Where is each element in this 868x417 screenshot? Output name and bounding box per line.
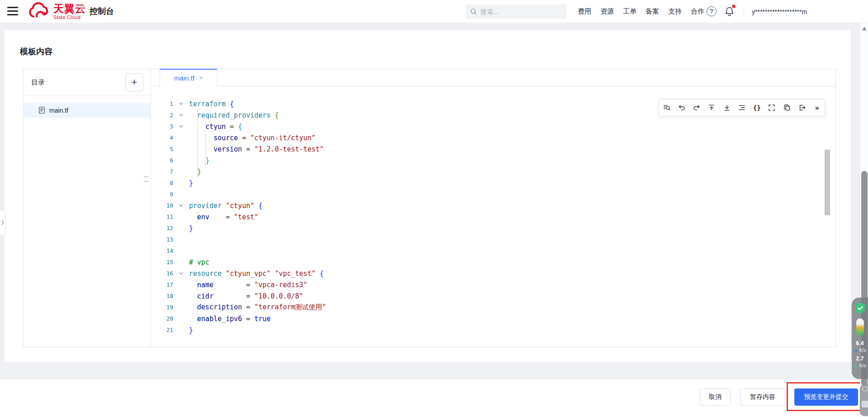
more-icon[interactable]: »: [810, 99, 825, 116]
scroll-to-top-icon[interactable]: [704, 99, 719, 116]
help-icon[interactable]: ?: [707, 6, 717, 16]
brand-logo[interactable]: 天翼云 State Cloud: [26, 2, 86, 20]
notification-badge: [732, 5, 736, 8]
code-line[interactable]: 8}: [151, 177, 835, 189]
code-line[interactable]: 5 version = "1.2.0-test-test": [151, 143, 835, 155]
menu-item-filing[interactable]: 备案: [646, 7, 659, 16]
scrollbar-up-arrow-icon[interactable]: [862, 27, 867, 30]
editor-scrollbar-thumb[interactable]: [825, 150, 830, 215]
scroll-to-bottom-icon[interactable]: [719, 99, 734, 116]
code-line[interactable]: 21}: [151, 324, 835, 336]
code-text: ctyun = {: [189, 123, 242, 131]
menu-item-tickets[interactable]: 工单: [623, 7, 637, 16]
brand-subtitle: State Cloud: [53, 14, 86, 20]
line-number: 2: [151, 112, 173, 118]
username[interactable]: y*******************m: [752, 0, 807, 23]
line-number: 13: [151, 236, 173, 243]
cancel-button[interactable]: 取消: [700, 389, 731, 406]
page-title: 模板内容: [20, 46, 52, 57]
action-footer: 取消 暂存内容 预览变更并提交: [0, 379, 868, 417]
bell-icon: [724, 10, 735, 18]
add-file-button[interactable]: +: [125, 73, 143, 91]
editor-tab-maintf[interactable]: main.tf ×: [160, 69, 217, 86]
code-line[interactable]: 19 description = "terraform测试使用": [151, 302, 835, 313]
hamburger-menu-icon[interactable]: [7, 7, 18, 16]
braces-icon[interactable]: {}: [750, 99, 764, 116]
global-search[interactable]: [466, 5, 566, 19]
code-line[interactable]: 4 source = "ctyun-it/ctyun": [151, 132, 835, 143]
line-number: 6: [151, 157, 173, 164]
fold-chevron-icon[interactable]: [173, 203, 189, 208]
line-number: 21: [151, 327, 173, 333]
code-text: source = "ctyun-it/ctyun": [189, 134, 316, 142]
code-line[interactable]: 16resource "ctyun_vpc" "vpc_test" {: [151, 268, 835, 279]
line-number: 20: [151, 315, 173, 322]
code-line[interactable]: 11 env = "test": [151, 211, 835, 223]
code-text: resource "ctyun_vpc" "vpc_test" {: [189, 270, 324, 278]
menu-item-billing[interactable]: 费用: [578, 7, 591, 16]
code-line[interactable]: 12}: [151, 223, 835, 234]
brand-name: 天翼云: [53, 3, 86, 14]
search-input[interactable]: [481, 8, 557, 15]
menu-item-cooperation[interactable]: 合作: [691, 7, 704, 16]
code-text: name = "vpca-redis3": [189, 281, 307, 289]
file-name: main.tf: [49, 107, 68, 114]
line-number: 12: [151, 225, 173, 232]
top-menu: 费用 资源 工单 备案 支持 合作: [578, 0, 704, 23]
find-in-code-icon[interactable]: [659, 99, 674, 116]
code-text: }: [189, 224, 193, 232]
code-line[interactable]: 7 }: [151, 166, 835, 177]
fold-chevron-icon[interactable]: [173, 271, 189, 276]
corner-utility-widget[interactable]: [860, 384, 868, 416]
divider: [82, 6, 82, 18]
open-external-icon[interactable]: [794, 99, 809, 116]
divider: [744, 6, 744, 18]
line-number: 1: [151, 100, 173, 107]
code-line[interactable]: 17 name = "vpca-redis3": [151, 279, 835, 290]
status-capsule-icon: [856, 318, 864, 336]
file-tree-title: 目录: [31, 69, 45, 95]
code-line[interactable]: 15# vpc: [151, 256, 835, 268]
line-number: 5: [151, 146, 173, 152]
code-line[interactable]: 6 }: [151, 155, 835, 166]
code-text: }: [189, 179, 193, 187]
fold-chevron-icon[interactable]: [173, 113, 189, 118]
network-monitor-widget[interactable]: 6.4 ▲ K/s 2.7 ▼ K/s: [852, 298, 868, 379]
code-line[interactable]: 20 enable_ipv6 = true: [151, 313, 835, 324]
code-text: env = "test": [189, 213, 259, 221]
top-navbar: 天翼云 State Cloud 控制台 费用 资源 工单 备案 支持 合作 ?: [0, 0, 868, 23]
code-area[interactable]: 1terraform {2 required_providers {3 ctyu…: [151, 86, 835, 347]
redo-icon[interactable]: [689, 99, 704, 116]
code-text: required_providers {: [189, 111, 279, 119]
notification-bell[interactable]: [724, 6, 735, 18]
panel-resize-handle[interactable]: [144, 176, 149, 182]
line-number: 10: [151, 202, 173, 209]
tab-close-icon[interactable]: ×: [199, 75, 203, 81]
fold-chevron-icon[interactable]: [173, 101, 189, 106]
format-align-icon[interactable]: [734, 99, 749, 116]
menu-item-support[interactable]: 支持: [668, 7, 682, 16]
code-line[interactable]: 3 ctyun = {: [151, 121, 835, 132]
line-number: 9: [151, 191, 173, 198]
code-line[interactable]: 13: [151, 234, 835, 245]
menu-item-resources[interactable]: 资源: [600, 7, 614, 16]
save-draft-button[interactable]: 暂存内容: [740, 389, 785, 406]
search-icon: [470, 8, 477, 15]
code-line[interactable]: 10provider "ctyun" {: [151, 200, 835, 211]
left-panel-expander[interactable]: [0, 210, 6, 235]
code-text: description = "terraform测试使用": [189, 303, 326, 312]
code-text: cidr = "10.0.0.0/8": [189, 292, 303, 300]
file-tree-item-maintf[interactable]: main.tf: [24, 103, 151, 118]
fullscreen-icon[interactable]: [764, 99, 779, 116]
line-number: 4: [151, 134, 173, 141]
code-line[interactable]: 14: [151, 245, 835, 256]
undo-icon[interactable]: [674, 99, 689, 116]
code-line[interactable]: 9: [151, 189, 835, 200]
code-line[interactable]: 18 cidr = "10.0.0.0/8": [151, 290, 835, 302]
preview-submit-button[interactable]: 预览变更并提交: [794, 389, 858, 406]
copy-icon[interactable]: [779, 99, 794, 116]
line-number: 15: [151, 259, 173, 265]
widget-tile-icon: [862, 401, 868, 408]
code-text: # vpc: [189, 258, 209, 266]
fold-chevron-icon[interactable]: [173, 124, 189, 129]
